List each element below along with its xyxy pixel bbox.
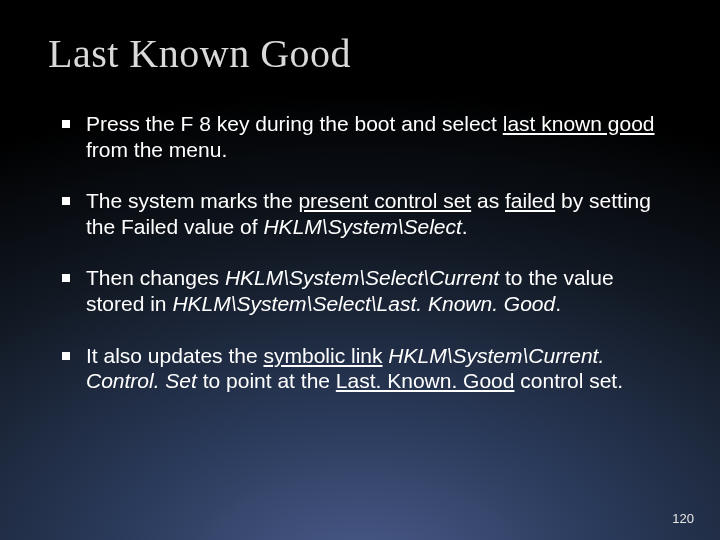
bullet-list: Press the F 8 key during the boot and se… [48, 111, 672, 394]
underline-text: failed [505, 189, 555, 212]
text: The system marks the [86, 189, 298, 212]
italic-text: HKLM\System\Select\Last. Known. Good [172, 292, 555, 315]
underline-text: present control set [298, 189, 471, 212]
slide-title: Last Known Good [48, 30, 672, 77]
text: as [471, 189, 505, 212]
text: Press the F 8 key during the boot and se… [86, 112, 503, 135]
text: control set. [514, 369, 623, 392]
italic-text: HKLM\System\Select\Current [225, 266, 499, 289]
text: from the menu. [86, 138, 227, 161]
text: . [555, 292, 561, 315]
underline-text: last known good [503, 112, 655, 135]
text: Then changes [86, 266, 225, 289]
bullet-item: Then changes HKLM\System\Select\Current … [62, 265, 672, 316]
text: . [462, 215, 468, 238]
slide: Last Known Good Press the F 8 key during… [0, 0, 720, 394]
slide-number: 120 [672, 511, 694, 526]
underline-text: symbolic link [263, 344, 382, 367]
bullet-item: Press the F 8 key during the boot and se… [62, 111, 672, 162]
text: to point at the [197, 369, 336, 392]
underline-text: Last. Known. Good [336, 369, 515, 392]
bullet-item: It also updates the symbolic link HKLM\S… [62, 343, 672, 394]
bullet-item: The system marks the present control set… [62, 188, 672, 239]
text: It also updates the [86, 344, 263, 367]
italic-text: HKLM\System\Select [263, 215, 461, 238]
